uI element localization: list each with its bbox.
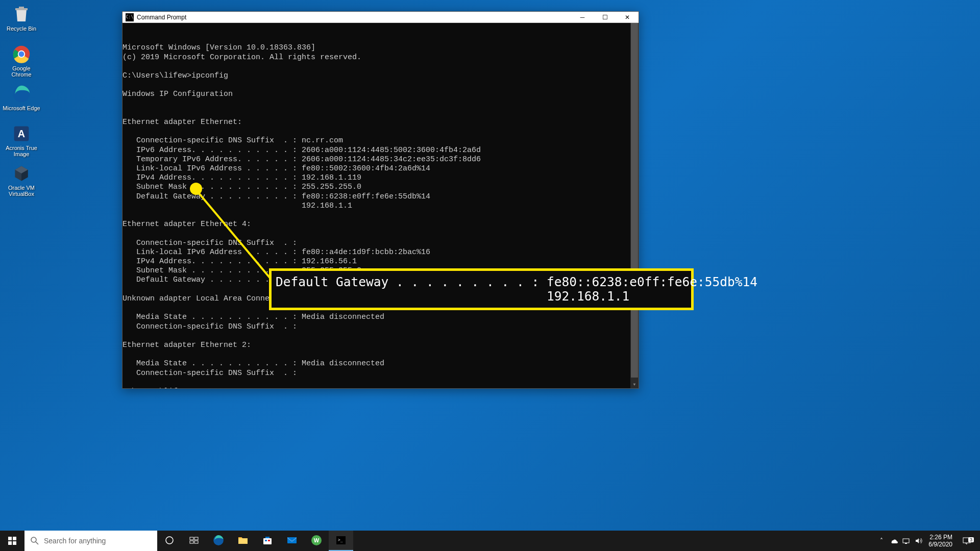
store-icon	[262, 535, 273, 546]
terminal-line	[122, 127, 639, 136]
desktop-icon-recycle-bin[interactable]: Recycle Bin	[2, 2, 41, 41]
svg-rect-14	[194, 537, 198, 540]
terminal-prompt[interactable]: C:\Users\lifew>	[122, 387, 639, 388]
taskbar-app-green[interactable]: W	[304, 531, 329, 551]
start-button[interactable]	[0, 531, 24, 551]
recycle-bin-icon	[11, 4, 32, 24]
close-button[interactable]: ✕	[616, 12, 639, 23]
system-tray: ˄ 2:26 PM 6/9/2020 3	[875, 531, 980, 551]
scrollbar-thumb[interactable]	[631, 23, 638, 378]
taskbar-edge[interactable]	[206, 531, 231, 551]
desktop-icon-virtualbox[interactable]: Oracle VM VirtualBox	[2, 161, 41, 200]
desktop-icon-acronis[interactable]: A Acronis True Image	[2, 121, 41, 160]
minimize-button[interactable]: ─	[571, 12, 594, 23]
folder-icon	[237, 535, 249, 546]
svg-rect-19	[265, 540, 267, 541]
taskbar-mail[interactable]	[280, 531, 304, 551]
terminal-line: Media State . . . . . . . . . . . : Medi…	[122, 313, 639, 322]
svg-rect-8	[8, 541, 12, 545]
terminal-line: Connection-specific DNS Suffix . :	[122, 322, 639, 332]
terminal-line	[122, 332, 639, 341]
desktop-icon-label: Oracle VM VirtualBox	[2, 185, 41, 197]
terminal-line: (c) 2019 Microsoft Corporation. All righ…	[122, 53, 639, 62]
svg-text:A: A	[18, 128, 25, 139]
callout-box: Default Gateway . . . . . . . . . : fe80…	[269, 268, 694, 310]
scrollbar[interactable]: ▲ ▼	[630, 23, 639, 388]
svg-rect-9	[13, 541, 16, 545]
svg-rect-13	[190, 537, 193, 540]
desktop-icon-label: Google Chrome	[2, 65, 41, 78]
notification-badge: 3	[968, 537, 974, 542]
svg-rect-20	[268, 540, 270, 541]
svg-rect-18	[263, 538, 272, 544]
terminal-line	[122, 229, 639, 238]
acronis-icon: A	[11, 123, 32, 144]
terminal-line: Temporary IPv6 Address. . . . . . : 2606…	[122, 155, 639, 164]
svg-text:>_: >_	[338, 538, 343, 542]
terminal-line: Ethernet adapter Ethernet 2:	[122, 341, 639, 350]
terminal-line	[122, 81, 639, 90]
terminal-line: Link-local IPv6 Address . . . . . : fe80…	[122, 248, 639, 257]
command-prompt-window: C:\ Command Prompt ─ ☐ ✕ Microsoft Windo…	[122, 11, 639, 389]
cortana-button[interactable]	[182, 531, 206, 551]
terminal-line: IPv4 Address. . . . . . . . . . . : 192.…	[122, 173, 639, 183]
timeline-icon	[189, 536, 199, 545]
clock-time: 2:26 PM	[928, 534, 952, 541]
desktop-icon-label: Recycle Bin	[7, 26, 36, 32]
cmd-app-icon: C:\	[126, 13, 134, 21]
search-placeholder: Search for anything	[44, 537, 106, 545]
svg-rect-6	[8, 537, 12, 540]
edge-icon	[213, 535, 224, 546]
action-center-button[interactable]: 3	[957, 536, 977, 545]
taskbar: Search for anything W >_ ˄	[0, 531, 980, 551]
terminal-line	[122, 211, 639, 220]
tray-onedrive-icon[interactable]	[888, 531, 900, 551]
terminal-line	[122, 109, 639, 118]
svg-rect-7	[13, 537, 16, 540]
titlebar[interactable]: C:\ Command Prompt ─ ☐ ✕	[122, 12, 639, 23]
prompt-text: C:\Users\lifew>	[122, 387, 191, 388]
task-view-icon	[165, 536, 174, 545]
desktop-icon-label: Microsoft Edge	[3, 105, 40, 111]
terminal-line	[122, 350, 639, 359]
task-view-button[interactable]	[157, 531, 182, 551]
terminal-line: Ethernet adapter Ethernet:	[122, 118, 639, 127]
tray-network-icon[interactable]	[900, 531, 912, 551]
terminal-line: Microsoft Windows [Version 10.0.18363.83…	[122, 43, 639, 53]
callout-line1: Default Gateway . . . . . . . . . : fe80…	[276, 274, 757, 289]
svg-rect-26	[903, 539, 909, 543]
virtualbox-icon	[11, 163, 32, 184]
search-box[interactable]: Search for anything	[24, 531, 157, 551]
mail-icon	[286, 535, 298, 546]
taskbar-clock[interactable]: 2:26 PM 6/9/2020	[924, 534, 957, 548]
taskbar-store[interactable]	[255, 531, 280, 551]
terminal-line: Ethernet adapter Ethernet 4:	[122, 220, 639, 229]
terminal-line: IPv4 Address. . . . . . . . . . . : 192.…	[122, 257, 639, 266]
terminal-line: Connection-specific DNS Suffix . : nc.rr…	[122, 136, 639, 145]
svg-rect-27	[905, 543, 907, 544]
terminal-line: Media State . . . . . . . . . . . : Medi…	[122, 359, 639, 368]
taskbar-file-explorer[interactable]	[231, 531, 255, 551]
tray-volume-icon[interactable]	[912, 531, 924, 551]
desktop-icons: Recycle Bin Google Chrome Microsoft Edge…	[2, 2, 43, 201]
taskbar-cmd[interactable]: >_	[329, 531, 353, 551]
desktop-icon-google-chrome[interactable]: Google Chrome	[2, 42, 41, 81]
chrome-icon	[11, 44, 32, 64]
search-icon	[31, 537, 39, 545]
terminal-line	[122, 99, 639, 109]
scroll-down-arrow[interactable]: ▼	[630, 381, 639, 388]
svg-rect-15	[190, 541, 193, 543]
desktop-icon-label: Acronis True Image	[2, 145, 41, 157]
tray-overflow[interactable]: ˄	[875, 531, 888, 551]
svg-rect-21	[287, 537, 297, 543]
terminal-line: IPv6 Address. . . . . . . . . . . : 2606…	[122, 146, 639, 155]
terminal-output[interactable]: Microsoft Windows [Version 10.0.18363.83…	[122, 23, 639, 388]
terminal-line: Connection-specific DNS Suffix . :	[122, 369, 639, 378]
clock-date: 6/9/2020	[928, 541, 952, 548]
maximize-button[interactable]: ☐	[594, 12, 616, 23]
desktop-icon-microsoft-edge[interactable]: Microsoft Edge	[2, 82, 41, 120]
taskbar-pinned: W >_	[157, 531, 353, 551]
terminal-line: Link-local IPv6 Address . . . . . : fe80…	[122, 164, 639, 173]
green-app-icon: W	[311, 535, 322, 546]
svg-point-12	[166, 537, 173, 544]
